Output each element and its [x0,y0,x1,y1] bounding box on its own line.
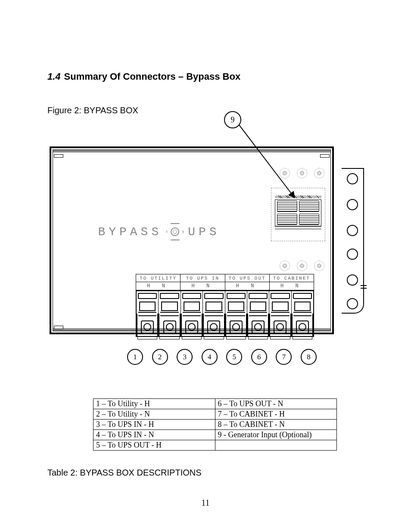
terminal-legend: TO UTILITY TO UPS IN TO UPS OUT TO CABIN… [136,274,314,290]
terminal-1 [136,291,158,337]
selector-knob-icon [166,223,184,240]
terminal-4 [202,291,224,337]
bypass-label: BYPASS [98,225,162,239]
terminal-6 [247,291,269,337]
terminal-2 [158,291,180,337]
selector-label: BYPASS UPS [51,223,267,240]
page-number: 11 [0,498,411,508]
section-heading: 1.4 Summary Of Connectors – Bypass Box [47,71,364,82]
callout-5-bubble: 5 [226,349,242,365]
callout-row: 1 2 3 4 5 6 7 8 [127,349,317,365]
table-row: 5 – To UPS OUT - H [93,440,337,451]
table-row: 4 – To UPS IN - N 9 - Generator Input (O… [93,430,337,440]
table-row: 3 – To UPS IN - H 8 – To CABINET - N [93,420,337,430]
key-cell [215,440,337,451]
key-cell: 4 – To UPS IN - N [93,430,215,440]
callout-6-bubble: 6 [251,349,267,365]
section-number: 1.4 [47,71,61,82]
generator-input-panel [271,188,325,241]
screw-holes-top [280,168,324,178]
screw-holes-mid [280,261,324,271]
section-title: Summary Of Connectors – Bypass Box [64,71,241,82]
callout-1-bubble: 1 [127,349,143,365]
legend-cabinet: TO CABINET [270,274,314,282]
callout-9-bubble: 9 [224,111,241,128]
key-cell: 5 – To UPS OUT - H [93,440,215,451]
connector-key-table: 1 – To Utility - H 6 – To UPS OUT - N 2 … [93,398,337,451]
terminal-8 [291,291,314,337]
terminal-5 [225,291,247,337]
document-page: 1.4 Summary Of Connectors – Bypass Box F… [0,0,411,532]
table-row: 1 – To Utility - H 6 – To UPS OUT - N [93,399,337,409]
key-cell: 6 – To UPS OUT - N [215,399,337,409]
callout-2-bubble: 2 [152,349,168,365]
key-cell: 7 – To CABINET - H [215,409,337,420]
key-cell: 2 – To Utility - N [93,409,215,420]
terminal-block [136,290,314,337]
callout-4-bubble: 4 [202,349,218,365]
legend-ups-in: TO UPS IN [181,274,225,282]
bypass-box-diagram: BYPASS UPS TO [50,138,364,336]
key-cell: 3 – To UPS IN - H [93,420,215,430]
legend-utility: TO UTILITY [136,274,181,282]
callout-7-bubble: 7 [276,349,292,365]
callout-3-bubble: 3 [177,349,193,365]
key-cell: 9 - Generator Input (Optional) [215,430,337,440]
outer-panel: BYPASS UPS TO [50,146,334,334]
callout-8-bubble: 8 [301,349,317,365]
legend-ups-out: TO UPS OUT [225,274,270,282]
figure-caption: Figure 2: BYPASS BOX [47,106,138,115]
table-caption: Table 2: BYPASS BOX DESCRIPTIONS [47,468,202,478]
ups-label: UPS [188,225,220,239]
terminal-3 [181,291,202,337]
side-flange [342,168,364,314]
key-cell: 8 – To CABINET - N [215,420,337,430]
table-row: 2 – To Utility - N 7 – To CABINET - H [93,409,337,420]
terminal-7 [269,291,291,337]
key-cell: 1 – To Utility - H [93,399,215,409]
